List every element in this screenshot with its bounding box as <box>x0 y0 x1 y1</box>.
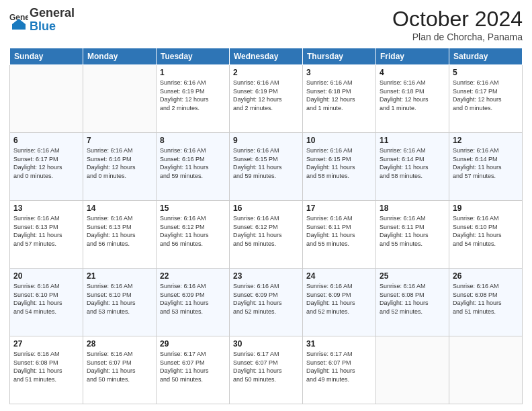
calendar-cell: 4Sunrise: 6:16 AM Sunset: 6:18 PM Daylig… <box>376 65 449 133</box>
calendar-cell: 2Sunrise: 6:16 AM Sunset: 6:19 PM Daylig… <box>230 65 303 133</box>
calendar-cell: 20Sunrise: 6:16 AM Sunset: 6:10 PM Dayli… <box>10 269 83 336</box>
calendar-cell: 1Sunrise: 6:16 AM Sunset: 6:19 PM Daylig… <box>157 65 230 133</box>
logo-icon: General <box>9 11 28 30</box>
header-row: SundayMondayTuesdayWednesdayThursdayFrid… <box>10 48 523 65</box>
calendar-cell: 12Sunrise: 6:16 AM Sunset: 6:14 PM Dayli… <box>449 133 523 201</box>
logo-blue-text: Blue <box>30 19 56 33</box>
calendar-cell: 17Sunrise: 6:16 AM Sunset: 6:11 PM Dayli… <box>303 201 376 269</box>
day-info: Sunrise: 6:16 AM Sunset: 6:14 PM Dayligh… <box>453 146 519 180</box>
calendar-cell: 26Sunrise: 6:16 AM Sunset: 6:08 PM Dayli… <box>449 269 523 336</box>
day-info: Sunrise: 6:16 AM Sunset: 6:11 PM Dayligh… <box>380 214 445 248</box>
day-info: Sunrise: 6:16 AM Sunset: 6:07 PM Dayligh… <box>87 350 152 383</box>
day-number: 17 <box>306 203 372 213</box>
column-header-tuesday: Tuesday <box>157 48 230 65</box>
day-number: 10 <box>306 136 372 145</box>
calendar-cell: 31Sunrise: 6:17 AM Sunset: 6:07 PM Dayli… <box>303 336 376 404</box>
calendar-cell <box>83 65 157 133</box>
title-block: October 2024 Plan de Chorcha, Panama <box>392 7 523 42</box>
calendar-cell: 16Sunrise: 6:16 AM Sunset: 6:12 PM Dayli… <box>230 201 303 269</box>
day-info: Sunrise: 6:16 AM Sunset: 6:15 PM Dayligh… <box>306 146 372 180</box>
calendar-cell: 29Sunrise: 6:17 AM Sunset: 6:07 PM Dayli… <box>157 336 230 404</box>
day-number: 24 <box>306 271 372 281</box>
day-number: 13 <box>13 203 79 213</box>
day-number: 25 <box>380 271 445 281</box>
day-number: 6 <box>13 136 79 145</box>
page-header: General General Blue October 2024 Plan d… <box>9 7 523 42</box>
calendar-table: SundayMondayTuesdayWednesdayThursdayFrid… <box>9 48 523 404</box>
column-header-monday: Monday <box>83 48 157 65</box>
day-number: 19 <box>453 203 519 213</box>
calendar-cell: 19Sunrise: 6:16 AM Sunset: 6:10 PM Dayli… <box>449 201 523 269</box>
day-number: 9 <box>233 136 299 145</box>
column-header-saturday: Saturday <box>449 48 523 65</box>
calendar-cell: 18Sunrise: 6:16 AM Sunset: 6:11 PM Dayli… <box>376 201 449 269</box>
calendar-cell: 21Sunrise: 6:16 AM Sunset: 6:10 PM Dayli… <box>83 269 157 336</box>
calendar-cell: 6Sunrise: 6:16 AM Sunset: 6:17 PM Daylig… <box>10 133 83 201</box>
location-subtitle: Plan de Chorcha, Panama <box>392 32 523 42</box>
calendar-week-4: 20Sunrise: 6:16 AM Sunset: 6:10 PM Dayli… <box>10 269 523 336</box>
day-info: Sunrise: 6:16 AM Sunset: 6:09 PM Dayligh… <box>306 282 372 316</box>
day-info: Sunrise: 6:17 AM Sunset: 6:07 PM Dayligh… <box>233 350 299 383</box>
column-header-friday: Friday <box>376 48 449 65</box>
day-info: Sunrise: 6:16 AM Sunset: 6:14 PM Dayligh… <box>380 146 445 180</box>
day-number: 8 <box>160 136 226 145</box>
calendar-cell <box>376 336 449 404</box>
calendar-cell: 23Sunrise: 6:16 AM Sunset: 6:09 PM Dayli… <box>230 269 303 336</box>
calendar-cell: 3Sunrise: 6:16 AM Sunset: 6:18 PM Daylig… <box>303 65 376 133</box>
calendar-week-1: 1Sunrise: 6:16 AM Sunset: 6:19 PM Daylig… <box>10 65 523 133</box>
calendar-cell <box>449 336 523 404</box>
day-number: 7 <box>87 136 152 145</box>
logo-general-text: General <box>30 6 75 19</box>
day-number: 20 <box>13 271 79 281</box>
calendar-cell: 28Sunrise: 6:16 AM Sunset: 6:07 PM Dayli… <box>83 336 157 404</box>
calendar-cell: 25Sunrise: 6:16 AM Sunset: 6:08 PM Dayli… <box>376 269 449 336</box>
day-number: 1 <box>160 68 226 77</box>
day-info: Sunrise: 6:16 AM Sunset: 6:16 PM Dayligh… <box>87 146 152 180</box>
day-info: Sunrise: 6:16 AM Sunset: 6:17 PM Dayligh… <box>453 79 519 112</box>
calendar-cell: 15Sunrise: 6:16 AM Sunset: 6:12 PM Dayli… <box>157 201 230 269</box>
day-number: 23 <box>233 271 299 281</box>
day-info: Sunrise: 6:17 AM Sunset: 6:07 PM Dayligh… <box>306 350 372 383</box>
column-header-thursday: Thursday <box>303 48 376 65</box>
day-info: Sunrise: 6:16 AM Sunset: 6:19 PM Dayligh… <box>160 79 226 112</box>
day-info: Sunrise: 6:16 AM Sunset: 6:12 PM Dayligh… <box>233 214 299 248</box>
svg-marker-1 <box>12 24 26 30</box>
calendar-week-2: 6Sunrise: 6:16 AM Sunset: 6:17 PM Daylig… <box>10 133 523 201</box>
day-number: 3 <box>306 68 372 77</box>
calendar-week-3: 13Sunrise: 6:16 AM Sunset: 6:13 PM Dayli… <box>10 201 523 269</box>
day-number: 2 <box>233 68 299 77</box>
day-number: 16 <box>233 203 299 213</box>
day-info: Sunrise: 6:16 AM Sunset: 6:09 PM Dayligh… <box>233 282 299 316</box>
column-header-wednesday: Wednesday <box>230 48 303 65</box>
day-info: Sunrise: 6:16 AM Sunset: 6:18 PM Dayligh… <box>380 79 445 112</box>
day-info: Sunrise: 6:16 AM Sunset: 6:08 PM Dayligh… <box>453 282 519 316</box>
calendar-cell: 10Sunrise: 6:16 AM Sunset: 6:15 PM Dayli… <box>303 133 376 201</box>
calendar-cell: 11Sunrise: 6:16 AM Sunset: 6:14 PM Dayli… <box>376 133 449 201</box>
calendar-cell: 24Sunrise: 6:16 AM Sunset: 6:09 PM Dayli… <box>303 269 376 336</box>
day-number: 5 <box>453 68 519 77</box>
calendar-cell: 9Sunrise: 6:16 AM Sunset: 6:15 PM Daylig… <box>230 133 303 201</box>
calendar-cell: 8Sunrise: 6:16 AM Sunset: 6:16 PM Daylig… <box>157 133 230 201</box>
day-number: 30 <box>233 339 299 349</box>
day-info: Sunrise: 6:16 AM Sunset: 6:10 PM Dayligh… <box>87 282 152 316</box>
day-info: Sunrise: 6:16 AM Sunset: 6:09 PM Dayligh… <box>160 282 226 316</box>
calendar-cell: 27Sunrise: 6:16 AM Sunset: 6:08 PM Dayli… <box>10 336 83 404</box>
calendar-cell: 13Sunrise: 6:16 AM Sunset: 6:13 PM Dayli… <box>10 201 83 269</box>
day-number: 22 <box>160 271 226 281</box>
day-number: 15 <box>160 203 226 213</box>
day-number: 31 <box>306 339 372 349</box>
day-number: 29 <box>160 339 226 349</box>
day-info: Sunrise: 6:16 AM Sunset: 6:18 PM Dayligh… <box>306 79 372 112</box>
day-number: 4 <box>380 68 445 77</box>
calendar-cell <box>10 65 83 133</box>
day-info: Sunrise: 6:17 AM Sunset: 6:07 PM Dayligh… <box>160 350 226 383</box>
day-info: Sunrise: 6:16 AM Sunset: 6:13 PM Dayligh… <box>87 214 152 248</box>
day-number: 11 <box>380 136 445 145</box>
day-info: Sunrise: 6:16 AM Sunset: 6:13 PM Dayligh… <box>13 214 79 248</box>
day-info: Sunrise: 6:16 AM Sunset: 6:15 PM Dayligh… <box>233 146 299 180</box>
day-info: Sunrise: 6:16 AM Sunset: 6:11 PM Dayligh… <box>306 214 372 248</box>
day-number: 28 <box>87 339 152 349</box>
day-number: 12 <box>453 136 519 145</box>
day-number: 21 <box>87 271 152 281</box>
day-info: Sunrise: 6:16 AM Sunset: 6:10 PM Dayligh… <box>453 214 519 248</box>
